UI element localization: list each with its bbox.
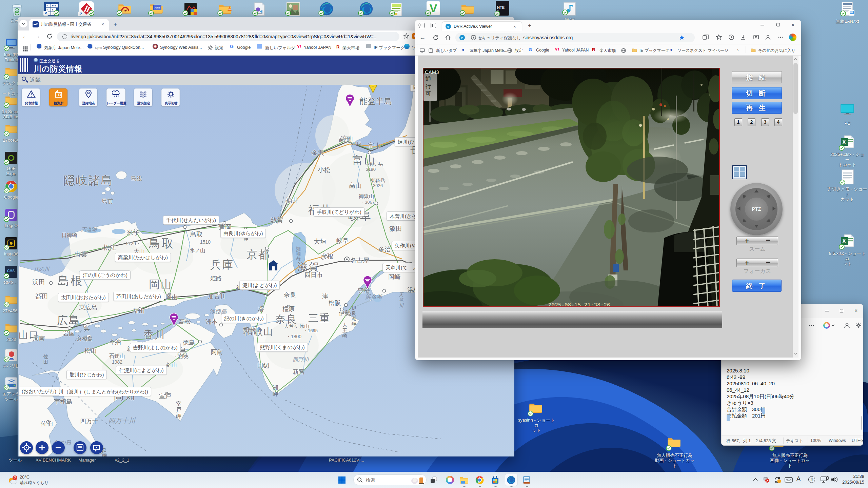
svg-text:CAM3: CAM3 xyxy=(425,69,439,75)
svg-text:X: X xyxy=(842,139,846,145)
svg-text:X: X xyxy=(842,238,846,244)
svg-text:2025-08-15 21:38:26: 2025-08-15 21:38:26 xyxy=(548,302,610,307)
svg-text:7: 7 xyxy=(14,476,16,480)
